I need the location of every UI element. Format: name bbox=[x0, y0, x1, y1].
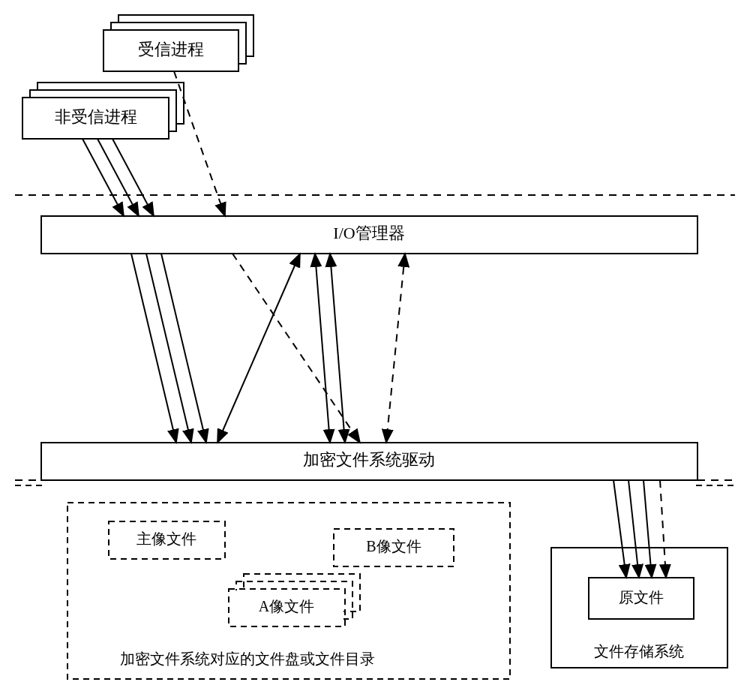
svg-line-18 bbox=[315, 254, 330, 443]
svg-line-21 bbox=[386, 254, 405, 443]
trusted-process-label: 受信进程 bbox=[138, 40, 204, 59]
io-to-efs-arrows bbox=[131, 254, 405, 443]
svg-line-19 bbox=[330, 254, 345, 443]
fs-storage-container: 文件存储系统 原文件 bbox=[551, 548, 728, 668]
io-manager-label: I/O管理器 bbox=[333, 224, 404, 242]
efs-driver-box: 加密文件系统驱动 bbox=[41, 443, 698, 480]
untrusted-process-label: 非受信进程 bbox=[55, 107, 137, 126]
a-image-label: A像文件 bbox=[259, 598, 314, 614]
original-file-label: 原文件 bbox=[619, 589, 664, 605]
untrusted-arrows-down bbox=[82, 139, 154, 216]
svg-line-17 bbox=[218, 254, 300, 443]
trusted-process-stack: 受信进程 bbox=[104, 15, 254, 71]
untrusted-process-stack: 非受信进程 bbox=[22, 83, 184, 139]
b-image-label: B像文件 bbox=[366, 538, 421, 554]
main-image-label: 主像文件 bbox=[136, 530, 196, 547]
a-image-stack: A像文件 bbox=[229, 574, 360, 626]
svg-line-20 bbox=[232, 254, 360, 443]
architecture-diagram: 受信进程 非受信进程 I/O管理器 加密文件系统驱动 bbox=[0, 0, 750, 700]
efs-directory-label: 加密文件系统对应的文件盘或文件目录 bbox=[120, 650, 375, 667]
efs-directory-container: 加密文件系统对应的文件盘或文件目录 主像文件 B像文件 A像文件 bbox=[68, 503, 510, 679]
efs-driver-label: 加密文件系统驱动 bbox=[303, 450, 435, 469]
io-manager-box: I/O管理器 bbox=[41, 216, 698, 254]
fs-storage-label: 文件存储系统 bbox=[594, 643, 684, 659]
